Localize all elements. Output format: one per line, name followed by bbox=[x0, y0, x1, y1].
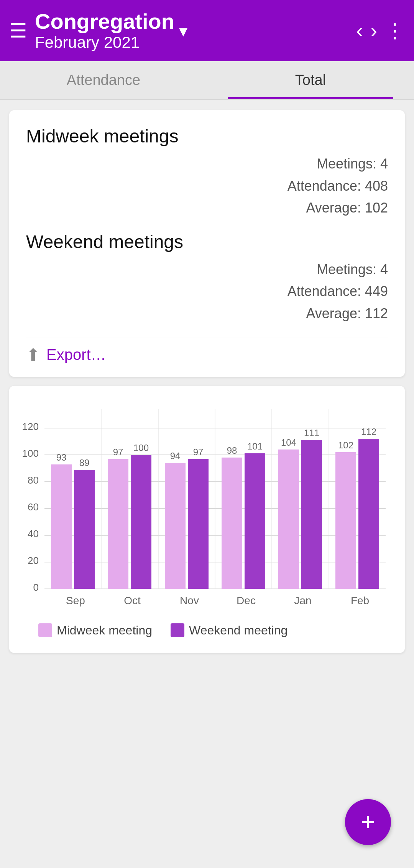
svg-text:40: 40 bbox=[28, 528, 39, 539]
next-icon[interactable]: › bbox=[371, 19, 377, 42]
legend-midweek-label: Midweek meeting bbox=[57, 623, 152, 638]
svg-text:120: 120 bbox=[22, 421, 39, 432]
weekend-attendance: Attendance: 449 bbox=[26, 280, 388, 302]
svg-text:Feb: Feb bbox=[351, 595, 369, 606]
bar-nov-weekend bbox=[188, 459, 209, 589]
midweek-title: Midweek meetings bbox=[26, 126, 388, 147]
svg-text:Jan: Jan bbox=[294, 595, 311, 606]
more-options-icon[interactable]: ⋮ bbox=[385, 19, 405, 42]
svg-text:0: 0 bbox=[33, 582, 39, 593]
main-content: Midweek meetings Meetings: 4 Attendance:… bbox=[0, 100, 414, 664]
svg-text:Dec: Dec bbox=[237, 595, 256, 606]
svg-text:Nov: Nov bbox=[180, 595, 199, 606]
export-row[interactable]: ⬆ Export… bbox=[26, 345, 388, 365]
prev-icon[interactable]: ‹ bbox=[356, 19, 363, 42]
svg-text:80: 80 bbox=[28, 474, 39, 486]
midweek-attendance: Attendance: 408 bbox=[26, 175, 388, 197]
bar-sep-midweek bbox=[51, 464, 72, 589]
midweek-average: Average: 102 bbox=[26, 197, 388, 219]
tabs-bar: Attendance Total bbox=[0, 61, 414, 100]
svg-text:20: 20 bbox=[28, 555, 39, 566]
bar-dec-midweek bbox=[222, 458, 242, 589]
congregation-title: Congregation bbox=[35, 10, 174, 33]
bar-oct-midweek bbox=[108, 459, 128, 589]
bar-jan-weekend bbox=[301, 440, 322, 589]
bar-oct-weekend bbox=[131, 455, 151, 589]
legend-weekend-color bbox=[171, 623, 184, 637]
bar-chart: 0 20 40 60 80 100 120 93 89 bbox=[15, 401, 396, 616]
weekend-stats: Meetings: 4 Attendance: 449 Average: 112 bbox=[26, 258, 388, 325]
svg-text:100: 100 bbox=[133, 443, 149, 453]
weekend-meetings: Meetings: 4 bbox=[26, 258, 388, 281]
svg-text:Oct: Oct bbox=[124, 595, 141, 606]
fab-add-button[interactable]: + bbox=[345, 799, 391, 845]
export-icon: ⬆ bbox=[26, 345, 40, 365]
svg-text:60: 60 bbox=[28, 501, 39, 513]
fab-plus-icon: + bbox=[361, 810, 375, 834]
legend-weekend: Weekend meeting bbox=[171, 623, 288, 638]
svg-text:101: 101 bbox=[247, 441, 263, 451]
weekend-title: Weekend meetings bbox=[26, 231, 388, 252]
midweek-meetings: Meetings: 4 bbox=[26, 153, 388, 175]
header-title-block: Congregation February 2021 ▾ bbox=[35, 10, 348, 52]
svg-text:102: 102 bbox=[338, 440, 353, 450]
svg-text:97: 97 bbox=[113, 447, 123, 457]
tab-total[interactable]: Total bbox=[207, 61, 414, 99]
header-nav-icons: ‹ › ⋮ bbox=[356, 19, 405, 42]
svg-text:98: 98 bbox=[227, 445, 237, 456]
header-title-text: Congregation February 2021 bbox=[35, 10, 174, 52]
chart-card: 0 20 40 60 80 100 120 93 89 bbox=[9, 386, 405, 653]
svg-text:97: 97 bbox=[193, 447, 204, 457]
bar-feb-midweek bbox=[335, 452, 356, 589]
legend-weekend-label: Weekend meeting bbox=[189, 623, 288, 638]
svg-text:104: 104 bbox=[281, 437, 296, 448]
dropdown-icon[interactable]: ▾ bbox=[179, 21, 187, 41]
svg-text:112: 112 bbox=[361, 427, 376, 437]
svg-text:Sep: Sep bbox=[66, 595, 85, 606]
svg-text:111: 111 bbox=[304, 428, 319, 438]
svg-text:100: 100 bbox=[22, 448, 39, 459]
weekend-average: Average: 112 bbox=[26, 302, 388, 325]
legend-midweek: Midweek meeting bbox=[38, 623, 152, 638]
svg-text:93: 93 bbox=[56, 452, 67, 463]
svg-text:89: 89 bbox=[79, 458, 90, 468]
menu-icon[interactable]: ☰ bbox=[9, 19, 27, 42]
month-subtitle: February 2021 bbox=[35, 33, 174, 52]
bar-jan-midweek bbox=[278, 450, 299, 589]
bar-feb-weekend bbox=[358, 439, 379, 589]
export-label: Export… bbox=[46, 346, 106, 363]
svg-text:94: 94 bbox=[170, 451, 181, 461]
chart-legend: Midweek meeting Weekend meeting bbox=[15, 623, 396, 638]
app-header: ☰ Congregation February 2021 ▾ ‹ › ⋮ bbox=[0, 0, 414, 61]
midweek-section: Midweek meetings Meetings: 4 Attendance:… bbox=[26, 126, 388, 219]
bar-nov-midweek bbox=[165, 463, 186, 589]
chart-container: 0 20 40 60 80 100 120 93 89 bbox=[15, 401, 396, 616]
stats-card: Midweek meetings Meetings: 4 Attendance:… bbox=[9, 110, 405, 377]
midweek-stats: Meetings: 4 Attendance: 408 Average: 102 bbox=[26, 153, 388, 219]
tab-attendance[interactable]: Attendance bbox=[0, 61, 207, 99]
bar-sep-weekend bbox=[74, 470, 95, 589]
bar-dec-weekend bbox=[245, 453, 265, 589]
card-divider bbox=[26, 337, 388, 337]
legend-midweek-color bbox=[38, 623, 52, 637]
weekend-section: Weekend meetings Meetings: 4 Attendance:… bbox=[26, 231, 388, 325]
